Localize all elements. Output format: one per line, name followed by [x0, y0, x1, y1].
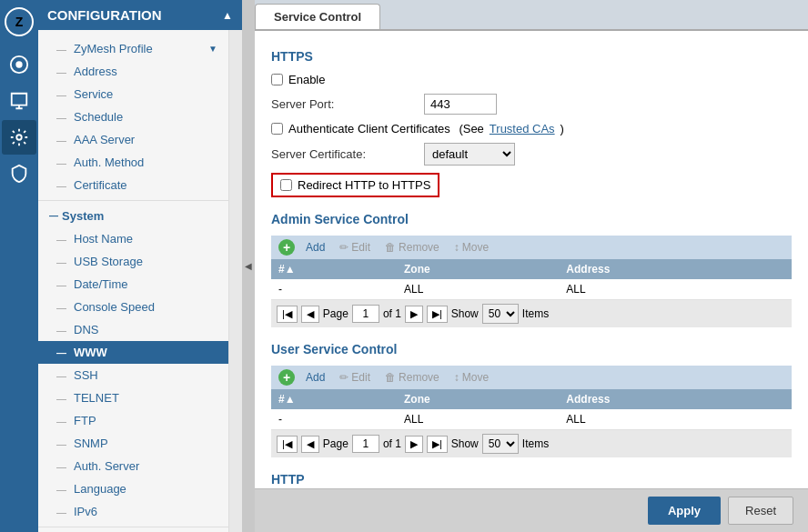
config-title: CONFIGURATION [47, 7, 162, 23]
user-remove-icon: 🗑 [385, 371, 396, 384]
svg-point-1 [15, 61, 22, 67]
user-items-label: Items [522, 437, 549, 450]
sidebar-item-ftp[interactable]: —FTP [38, 409, 228, 432]
admin-add-label[interactable]: Add [302, 239, 328, 256]
admin-show-label: Show [451, 307, 479, 320]
server-port-row: Server Port: [271, 94, 792, 115]
user-first-page-btn[interactable]: |◀ [277, 436, 298, 453]
admin-first-page-btn[interactable]: |◀ [277, 306, 298, 323]
sidebar-item-auth-server[interactable]: —Auth. Server [38, 455, 228, 477]
reset-button[interactable]: Reset [728, 497, 793, 525]
sidebar-icon-config[interactable] [2, 120, 36, 155]
redirect-checkbox[interactable] [280, 179, 292, 191]
sidebar-item-usb[interactable]: —USB Storage [38, 250, 228, 273]
auth-cert-checkbox[interactable] [271, 123, 283, 135]
user-of-label: of 1 [383, 437, 401, 450]
app-logo: Z [5, 7, 34, 36]
sidebar-icon-monitor[interactable] [2, 84, 36, 118]
sidebar-item-snmp[interactable]: —SNMP [38, 432, 228, 455]
sidebar-item-service[interactable]: —Service [38, 83, 228, 105]
user-edit-btn[interactable]: ✏ Edit [336, 369, 374, 386]
user-service-title: User Service Control [271, 342, 792, 356]
admin-add-btn[interactable]: + [278, 239, 295, 256]
admin-of-label: of 1 [383, 307, 401, 320]
user-next-page-btn[interactable]: ▶ [405, 436, 423, 453]
user-col-address: Address [559, 389, 792, 409]
tab-service-control[interactable]: Service Control [255, 4, 380, 29]
table-row: - ALL ALL [271, 409, 792, 430]
server-cert-label: Server Certificate: [271, 147, 417, 161]
admin-page-input[interactable] [352, 305, 379, 323]
user-page-label: Page [323, 437, 348, 450]
user-page-input[interactable] [352, 435, 379, 453]
main-content: Service Control HTTPS Enable Server Port… [255, 0, 808, 532]
admin-col-address: Address [559, 259, 792, 279]
server-cert-select[interactable]: default [424, 143, 515, 166]
sidebar-collapse-handle[interactable]: ◀ [242, 0, 255, 532]
sidebar-item-schedule[interactable]: —Schedule [38, 105, 228, 128]
redirect-box: Redirect HTTP to HTTPS [271, 173, 439, 197]
admin-row-num: - [271, 279, 397, 300]
sidebar-item-language[interactable]: —Language [38, 477, 228, 500]
sidebar-item-auth-method[interactable]: —Auth. Method [38, 151, 228, 174]
table-row: - ALL ALL [271, 279, 792, 300]
footer-bar: Apply Reset [255, 488, 808, 532]
admin-show-select[interactable]: 50 [482, 304, 519, 324]
admin-prev-page-btn[interactable]: ◀ [301, 306, 319, 323]
admin-table: #▲ Zone Address - ALL ALL [271, 259, 792, 300]
user-toolbar: + Add ✏ Edit 🗑 Remove ↕ Move [271, 366, 792, 389]
user-prev-page-btn[interactable]: ◀ [301, 436, 319, 453]
admin-remove-btn[interactable]: 🗑 Remove [381, 239, 443, 256]
user-pagination: |◀ ◀ Page of 1 ▶ ▶| Show 50 Items [271, 430, 792, 457]
admin-last-page-btn[interactable]: ▶| [427, 306, 448, 323]
apply-button[interactable]: Apply [648, 497, 721, 525]
https-enable-label: Enable [288, 73, 325, 86]
server-port-input[interactable] [424, 94, 497, 115]
user-move-btn[interactable]: ↕ Move [450, 369, 492, 386]
user-edit-icon: ✏ [339, 371, 348, 384]
sidebar-item-telnet[interactable]: —TELNET [38, 386, 228, 409]
sidebar-section-system[interactable]: — System [38, 205, 228, 227]
https-section-title: HTTPS [271, 49, 792, 64]
user-move-icon: ↕ [454, 371, 460, 384]
admin-edit-btn[interactable]: ✏ Edit [336, 239, 374, 256]
user-last-page-btn[interactable]: ▶| [427, 436, 448, 453]
nav-collapse-icon[interactable]: ▲ [222, 9, 233, 22]
sidebar-item-dns[interactable]: —DNS [38, 318, 228, 341]
sidebar-item-address[interactable]: —Address [38, 60, 228, 83]
move-icon: ↕ [454, 241, 460, 254]
sidebar-item-console-speed[interactable]: —Console Speed [38, 296, 228, 318]
admin-pagination: |◀ ◀ Page of 1 ▶ ▶| Show 50 Items [271, 300, 792, 327]
sidebar-item-ssh[interactable]: —SSH [38, 364, 228, 386]
sidebar-item-hostname[interactable]: —Host Name [38, 227, 228, 250]
admin-move-btn[interactable]: ↕ Move [450, 239, 492, 256]
user-add-btn[interactable]: + [278, 369, 295, 386]
user-remove-btn[interactable]: 🗑 Remove [381, 369, 443, 386]
user-row-num: - [271, 409, 397, 430]
sidebar-item-aaa[interactable]: —AAA Server [38, 128, 228, 151]
sidebar-item-certificate[interactable]: —Certificate [38, 174, 228, 196]
sidebar-item-zymesh[interactable]: —ZyMesh Profile ▼ [38, 37, 228, 60]
sidebar-icon-security[interactable] [2, 156, 36, 191]
sidebar-item-ipv6[interactable]: —IPv6 [38, 500, 228, 523]
tab-bar: Service Control [255, 0, 808, 31]
sidebar-icon-dashboard[interactable] [2, 47, 36, 82]
https-enable-checkbox[interactable] [271, 74, 283, 85]
trusted-cas-link[interactable]: Trusted CAs [490, 122, 555, 136]
admin-next-page-btn[interactable]: ▶ [405, 306, 423, 323]
user-show-label: Show [451, 437, 479, 450]
user-add-label[interactable]: Add [302, 369, 328, 386]
sidebar-item-www[interactable]: —WWW [38, 341, 228, 364]
user-show-select[interactable]: 50 [482, 434, 519, 454]
user-service-table-section: + Add ✏ Edit 🗑 Remove ↕ Move [271, 366, 792, 457]
user-row-zone: ALL [397, 409, 559, 430]
http-section-title: HTTP [271, 472, 792, 487]
admin-page-label: Page [323, 307, 348, 320]
remove-icon: 🗑 [385, 241, 396, 254]
admin-col-zone: Zone [397, 259, 559, 279]
user-col-num: #▲ [271, 389, 397, 409]
sidebar-nav: —ZyMesh Profile ▼ —Address —Service —Sch… [38, 30, 229, 532]
trusted-cas-text: (See [456, 122, 484, 136]
sidebar-item-datetime[interactable]: —Date/Time [38, 273, 228, 296]
sidebar-icons: Z [0, 0, 38, 532]
